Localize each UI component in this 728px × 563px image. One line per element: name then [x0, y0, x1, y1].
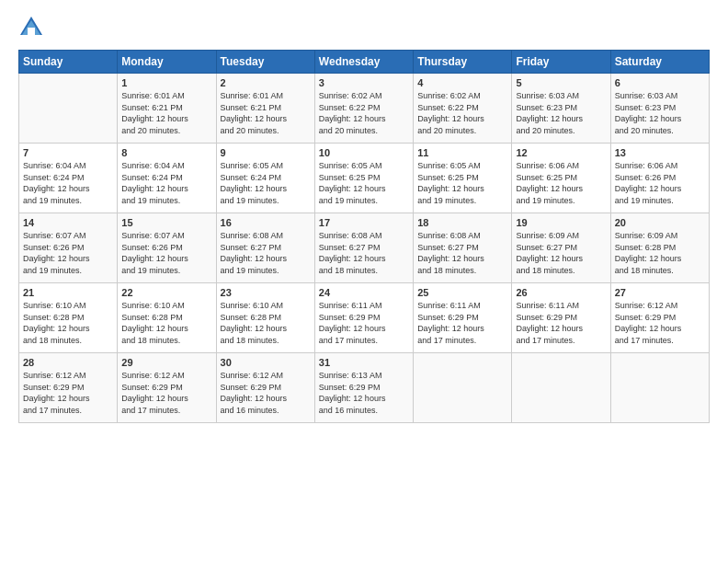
day-number: 3 — [319, 77, 409, 88]
calendar-week-1: 7Sunrise: 6:04 AM Sunset: 6:24 PM Daylig… — [19, 144, 710, 213]
calendar-cell: 24Sunrise: 6:11 AM Sunset: 6:29 PM Dayli… — [314, 283, 413, 353]
calendar-table: SundayMondayTuesdayWednesdayThursdayFrid… — [18, 50, 710, 423]
day-number: 26 — [516, 287, 606, 298]
day-info: Sunrise: 6:12 AM Sunset: 6:29 PM Dayligh… — [615, 300, 705, 346]
day-info: Sunrise: 6:11 AM Sunset: 6:29 PM Dayligh… — [417, 300, 507, 346]
calendar-cell: 15Sunrise: 6:07 AM Sunset: 6:26 PM Dayli… — [118, 213, 216, 283]
calendar-header-row: SundayMondayTuesdayWednesdayThursdayFrid… — [19, 51, 710, 74]
day-info: Sunrise: 6:13 AM Sunset: 6:29 PM Dayligh… — [319, 370, 409, 416]
calendar-cell — [19, 74, 118, 144]
calendar-cell: 29Sunrise: 6:12 AM Sunset: 6:29 PM Dayli… — [118, 353, 216, 423]
day-info: Sunrise: 6:03 AM Sunset: 6:23 PM Dayligh… — [615, 90, 705, 136]
header-friday: Friday — [512, 51, 610, 74]
day-number: 10 — [319, 147, 409, 158]
calendar-cell — [414, 353, 512, 423]
logo-icon — [18, 15, 44, 40]
day-number: 31 — [319, 357, 409, 368]
calendar-cell: 20Sunrise: 6:09 AM Sunset: 6:28 PM Dayli… — [610, 213, 709, 283]
day-number: 22 — [121, 287, 211, 298]
day-info: Sunrise: 6:09 AM Sunset: 6:28 PM Dayligh… — [615, 230, 705, 276]
calendar-cell: 21Sunrise: 6:10 AM Sunset: 6:28 PM Dayli… — [19, 283, 118, 353]
day-info: Sunrise: 6:01 AM Sunset: 6:21 PM Dayligh… — [221, 90, 311, 136]
day-number: 24 — [319, 287, 409, 298]
day-number: 29 — [121, 357, 211, 368]
day-number: 21 — [23, 287, 113, 298]
day-info: Sunrise: 6:12 AM Sunset: 6:29 PM Dayligh… — [23, 370, 113, 416]
day-number: 30 — [221, 357, 311, 368]
calendar-cell: 11Sunrise: 6:05 AM Sunset: 6:25 PM Dayli… — [414, 144, 512, 213]
calendar-cell: 7Sunrise: 6:04 AM Sunset: 6:24 PM Daylig… — [19, 144, 118, 213]
day-number: 1 — [121, 77, 211, 88]
calendar-cell: 23Sunrise: 6:10 AM Sunset: 6:28 PM Dayli… — [216, 283, 314, 353]
day-info: Sunrise: 6:08 AM Sunset: 6:27 PM Dayligh… — [319, 230, 409, 276]
day-info: Sunrise: 6:04 AM Sunset: 6:24 PM Dayligh… — [121, 160, 211, 206]
day-number: 9 — [221, 147, 311, 158]
calendar-cell: 9Sunrise: 6:05 AM Sunset: 6:24 PM Daylig… — [216, 144, 314, 213]
day-number: 27 — [615, 287, 705, 298]
calendar-cell: 2Sunrise: 6:01 AM Sunset: 6:21 PM Daylig… — [216, 74, 314, 144]
day-info: Sunrise: 6:07 AM Sunset: 6:26 PM Dayligh… — [23, 230, 113, 276]
day-info: Sunrise: 6:05 AM Sunset: 6:25 PM Dayligh… — [319, 160, 409, 206]
day-info: Sunrise: 6:05 AM Sunset: 6:24 PM Dayligh… — [221, 160, 311, 206]
day-info: Sunrise: 6:12 AM Sunset: 6:29 PM Dayligh… — [221, 370, 311, 416]
day-number: 15 — [121, 217, 211, 228]
day-info: Sunrise: 6:08 AM Sunset: 6:27 PM Dayligh… — [221, 230, 311, 276]
calendar-cell: 16Sunrise: 6:08 AM Sunset: 6:27 PM Dayli… — [216, 213, 314, 283]
day-number: 11 — [417, 147, 507, 158]
day-info: Sunrise: 6:01 AM Sunset: 6:21 PM Dayligh… — [121, 90, 211, 136]
day-number: 19 — [516, 217, 606, 228]
day-number: 4 — [417, 77, 507, 88]
header-wednesday: Wednesday — [314, 51, 413, 74]
calendar-cell: 6Sunrise: 6:03 AM Sunset: 6:23 PM Daylig… — [610, 74, 709, 144]
calendar-week-2: 14Sunrise: 6:07 AM Sunset: 6:26 PM Dayli… — [19, 213, 710, 283]
day-number: 6 — [615, 77, 705, 88]
calendar-cell: 14Sunrise: 6:07 AM Sunset: 6:26 PM Dayli… — [19, 213, 118, 283]
calendar-cell: 30Sunrise: 6:12 AM Sunset: 6:29 PM Dayli… — [216, 353, 314, 423]
calendar-cell: 26Sunrise: 6:11 AM Sunset: 6:29 PM Dayli… — [512, 283, 610, 353]
calendar-cell — [512, 353, 610, 423]
day-number: 5 — [516, 77, 606, 88]
page-container: SundayMondayTuesdayWednesdayThursdayFrid… — [0, 0, 728, 563]
calendar-week-3: 21Sunrise: 6:10 AM Sunset: 6:28 PM Dayli… — [19, 283, 710, 353]
calendar-cell: 17Sunrise: 6:08 AM Sunset: 6:27 PM Dayli… — [314, 213, 413, 283]
calendar-cell: 8Sunrise: 6:04 AM Sunset: 6:24 PM Daylig… — [118, 144, 216, 213]
day-number: 28 — [23, 357, 113, 368]
day-number: 14 — [23, 217, 113, 228]
day-info: Sunrise: 6:06 AM Sunset: 6:25 PM Dayligh… — [516, 160, 606, 206]
day-info: Sunrise: 6:07 AM Sunset: 6:26 PM Dayligh… — [121, 230, 211, 276]
day-number: 25 — [417, 287, 507, 298]
calendar-cell: 5Sunrise: 6:03 AM Sunset: 6:23 PM Daylig… — [512, 74, 610, 144]
day-info: Sunrise: 6:02 AM Sunset: 6:22 PM Dayligh… — [319, 90, 409, 136]
calendar-cell: 27Sunrise: 6:12 AM Sunset: 6:29 PM Dayli… — [610, 283, 709, 353]
day-info: Sunrise: 6:11 AM Sunset: 6:29 PM Dayligh… — [516, 300, 606, 346]
day-info: Sunrise: 6:04 AM Sunset: 6:24 PM Dayligh… — [23, 160, 113, 206]
day-info: Sunrise: 6:09 AM Sunset: 6:27 PM Dayligh… — [516, 230, 606, 276]
header-sunday: Sunday — [19, 51, 118, 74]
day-number: 8 — [121, 147, 211, 158]
day-info: Sunrise: 6:02 AM Sunset: 6:22 PM Dayligh… — [417, 90, 507, 136]
calendar-cell: 28Sunrise: 6:12 AM Sunset: 6:29 PM Dayli… — [19, 353, 118, 423]
logo — [18, 15, 48, 40]
day-info: Sunrise: 6:12 AM Sunset: 6:29 PM Dayligh… — [121, 370, 211, 416]
calendar-cell: 13Sunrise: 6:06 AM Sunset: 6:26 PM Dayli… — [610, 144, 709, 213]
day-info: Sunrise: 6:11 AM Sunset: 6:29 PM Dayligh… — [319, 300, 409, 346]
day-info: Sunrise: 6:10 AM Sunset: 6:28 PM Dayligh… — [23, 300, 113, 346]
day-info: Sunrise: 6:08 AM Sunset: 6:27 PM Dayligh… — [417, 230, 507, 276]
svg-rect-2 — [28, 28, 35, 35]
day-info: Sunrise: 6:06 AM Sunset: 6:26 PM Dayligh… — [615, 160, 705, 206]
calendar-cell: 18Sunrise: 6:08 AM Sunset: 6:27 PM Dayli… — [414, 213, 512, 283]
calendar-cell: 19Sunrise: 6:09 AM Sunset: 6:27 PM Dayli… — [512, 213, 610, 283]
calendar-cell: 3Sunrise: 6:02 AM Sunset: 6:22 PM Daylig… — [314, 74, 413, 144]
day-number: 20 — [615, 217, 705, 228]
calendar-cell: 31Sunrise: 6:13 AM Sunset: 6:29 PM Dayli… — [314, 353, 413, 423]
calendar-week-0: 1Sunrise: 6:01 AM Sunset: 6:21 PM Daylig… — [19, 74, 710, 144]
day-info: Sunrise: 6:10 AM Sunset: 6:28 PM Dayligh… — [221, 300, 311, 346]
day-number: 13 — [615, 147, 705, 158]
header-tuesday: Tuesday — [216, 51, 314, 74]
calendar-cell: 4Sunrise: 6:02 AM Sunset: 6:22 PM Daylig… — [414, 74, 512, 144]
page-header — [18, 15, 710, 40]
day-number: 17 — [319, 217, 409, 228]
day-info: Sunrise: 6:03 AM Sunset: 6:23 PM Dayligh… — [516, 90, 606, 136]
header-saturday: Saturday — [610, 51, 709, 74]
day-info: Sunrise: 6:05 AM Sunset: 6:25 PM Dayligh… — [417, 160, 507, 206]
